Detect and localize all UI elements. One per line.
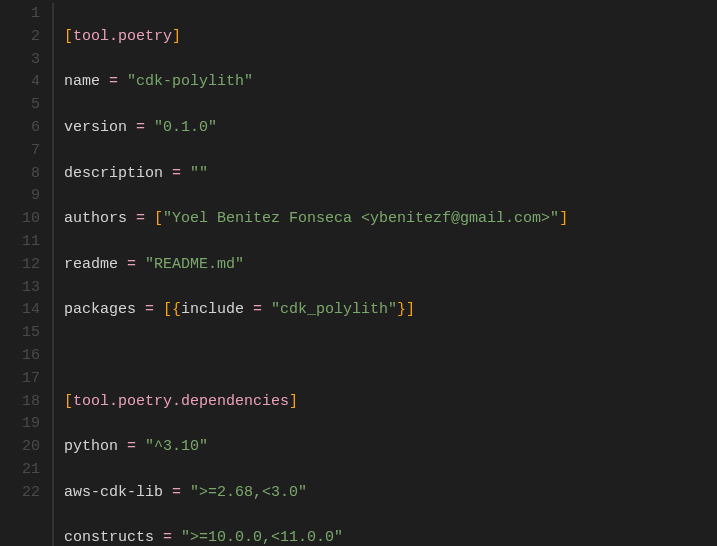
code-line: name = "cdk-polylith" bbox=[64, 71, 717, 94]
toml-string: "^3.10" bbox=[145, 438, 208, 455]
bracket-close: ] bbox=[289, 393, 298, 410]
equals: = bbox=[244, 301, 271, 318]
line-number: 6 bbox=[0, 117, 40, 140]
toml-string: "" bbox=[190, 165, 208, 182]
code-line: packages = [{include = "cdk_polylith"}] bbox=[64, 299, 717, 322]
toml-string: ">=10.0.0,<11.0.0" bbox=[181, 529, 343, 546]
bracket-open: [ bbox=[64, 393, 73, 410]
toml-key: packages bbox=[64, 301, 136, 318]
equals: = bbox=[127, 210, 154, 227]
line-number: 18 bbox=[0, 391, 40, 414]
code-line: constructs = ">=10.0.0,<11.0.0" bbox=[64, 527, 717, 546]
code-line: [tool.poetry.dependencies] bbox=[64, 391, 717, 414]
toml-key: name bbox=[64, 73, 100, 90]
section-name: tool.poetry bbox=[73, 28, 172, 45]
line-number: 5 bbox=[0, 94, 40, 117]
toml-key: version bbox=[64, 119, 127, 136]
toml-key: constructs bbox=[64, 529, 154, 546]
line-number: 17 bbox=[0, 368, 40, 391]
code-line: python = "^3.10" bbox=[64, 436, 717, 459]
toml-key: include bbox=[181, 301, 244, 318]
line-number: 16 bbox=[0, 345, 40, 368]
code-line: aws-cdk-lib = ">=2.68,<3.0" bbox=[64, 482, 717, 505]
line-number: 15 bbox=[0, 322, 40, 345]
line-number: 9 bbox=[0, 185, 40, 208]
equals: = bbox=[118, 256, 145, 273]
bracket-close: }] bbox=[397, 301, 415, 318]
line-number: 7 bbox=[0, 140, 40, 163]
line-number: 2 bbox=[0, 26, 40, 49]
toml-string: "cdk_polylith" bbox=[271, 301, 397, 318]
bracket-close: ] bbox=[172, 28, 181, 45]
bracket-open: [ bbox=[64, 28, 73, 45]
code-line: [tool.poetry] bbox=[64, 26, 717, 49]
code-area[interactable]: [tool.poetry] name = "cdk-polylith" vers… bbox=[52, 3, 717, 546]
equals: = bbox=[100, 73, 127, 90]
bracket-close: ] bbox=[559, 210, 568, 227]
toml-key: python bbox=[64, 438, 118, 455]
code-line-empty bbox=[64, 345, 717, 368]
bracket-open: [{ bbox=[163, 301, 181, 318]
equals: = bbox=[136, 301, 163, 318]
line-number: 21 bbox=[0, 459, 40, 482]
code-line: authors = ["Yoel Benitez Fonseca <ybenit… bbox=[64, 208, 717, 231]
line-number: 4 bbox=[0, 71, 40, 94]
toml-key: aws-cdk-lib bbox=[64, 484, 163, 501]
equals: = bbox=[118, 438, 145, 455]
line-number: 3 bbox=[0, 49, 40, 72]
equals: = bbox=[154, 529, 181, 546]
line-number: 1 bbox=[0, 3, 40, 26]
toml-key: description bbox=[64, 165, 163, 182]
line-number: 20 bbox=[0, 436, 40, 459]
line-number: 12 bbox=[0, 254, 40, 277]
toml-key: readme bbox=[64, 256, 118, 273]
code-editor: 12345678910111213141516171819202122 [too… bbox=[0, 0, 717, 546]
line-number: 11 bbox=[0, 231, 40, 254]
toml-key: authors bbox=[64, 210, 127, 227]
section-name: tool.poetry.dependencies bbox=[73, 393, 289, 410]
code-line: version = "0.1.0" bbox=[64, 117, 717, 140]
line-number: 19 bbox=[0, 413, 40, 436]
bracket-open: [ bbox=[154, 210, 163, 227]
toml-string: "README.md" bbox=[145, 256, 244, 273]
toml-string: "cdk-polylith" bbox=[127, 73, 253, 90]
line-number: 13 bbox=[0, 277, 40, 300]
toml-string: "Yoel Benitez Fonseca <ybenitezf@gmail.c… bbox=[163, 210, 559, 227]
line-number: 8 bbox=[0, 163, 40, 186]
equals: = bbox=[127, 119, 154, 136]
line-number: 14 bbox=[0, 299, 40, 322]
code-line: readme = "README.md" bbox=[64, 254, 717, 277]
line-number-gutter: 12345678910111213141516171819202122 bbox=[0, 3, 52, 546]
equals: = bbox=[163, 165, 190, 182]
code-line: description = "" bbox=[64, 163, 717, 186]
equals: = bbox=[163, 484, 190, 501]
line-number: 22 bbox=[0, 482, 40, 505]
toml-string: ">=2.68,<3.0" bbox=[190, 484, 307, 501]
toml-string: "0.1.0" bbox=[154, 119, 217, 136]
line-number: 10 bbox=[0, 208, 40, 231]
